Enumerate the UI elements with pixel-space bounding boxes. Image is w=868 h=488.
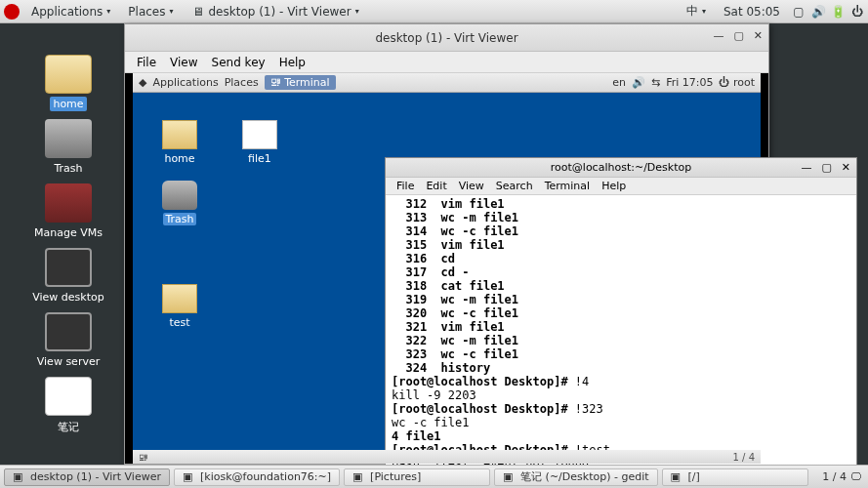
window-icon: ▣ [352,470,366,484]
desktop-icon-View desktop[interactable]: View desktop [29,248,107,304]
clock[interactable]: Sat 05:05 [718,3,786,20]
taskbar-button[interactable]: ▣[kiosk@foundation76:~] [174,468,340,486]
workspace-pager[interactable]: 1 / 4 [822,470,847,483]
terminal-output[interactable]: 312 vim file1 313 wc -m file1 314 wc -c … [386,195,856,474]
guest-desktop-icon-home[interactable]: home [150,120,209,165]
menu-places[interactable]: Places▾ [122,3,179,20]
guest-menu-places[interactable]: Places [225,76,259,89]
icon-label: 笔记 [58,421,79,433]
window-icon: ▣ [671,470,684,484]
display-tray-icon[interactable]: ▢ [792,5,806,19]
window-icon: ▣ [183,470,196,484]
minimize-button[interactable]: — [713,29,723,42]
volume-tray-icon[interactable]: 🔊 [811,5,825,19]
taskbar-button[interactable]: ▣[/] [662,468,808,486]
terminal-title: root@localhost:~/Desktop [551,161,691,174]
icon-label: Manage VMs [34,226,103,239]
term-menu-edit[interactable]: Edit [421,179,451,193]
file-icon [242,120,277,149]
monitor-icon [45,312,92,351]
active-app-menu[interactable]: 🖥desktop (1) - Virt Viewer▾ [186,3,365,20]
monitor-icon: 🖥 [191,5,205,19]
guest-desktop-icon-Trash[interactable]: Trash [150,181,209,225]
term-menu-file[interactable]: File [392,179,419,193]
terminal-window: root@localhost:~/Desktop — ▢ ✕ File Edit… [385,157,857,475]
close-button[interactable]: ✕ [754,29,763,42]
terminal-maximize-button[interactable]: ▢ [821,161,831,174]
menu-view[interactable]: View [164,54,203,71]
maximize-button[interactable]: ▢ [733,29,743,42]
menu-sendkey[interactable]: Send key [206,54,271,71]
guest-user-menu[interactable]: ⏻ root [719,76,755,89]
icon-label: home [164,152,194,165]
taskbar-button[interactable]: ▣笔记 (~/Desktop) - gedit [494,468,657,486]
task-label: [/] [688,470,700,483]
task-label: [kiosk@foundation76:~] [200,470,331,483]
input-method-indicator[interactable]: 中▾ [681,1,712,21]
desktop-icon-View server[interactable]: View server [29,312,107,368]
task-label: [Pictures] [370,470,421,483]
host-top-panel: Applications▾ Places▾ 🖥desktop (1) - Vir… [0,0,868,23]
task-label: 笔记 (~/Desktop) - gedit [520,469,648,484]
window-icon: ▣ [503,470,517,484]
icon-label: test [169,316,189,329]
guest-network-icon[interactable]: ⇆ [651,76,660,89]
icon-label: View desktop [32,291,103,304]
terminal-titlebar[interactable]: root@localhost:~/Desktop — ▢ ✕ [386,158,856,178]
term-menu-terminal[interactable]: Terminal [540,179,596,193]
terminal-minimize-button[interactable]: — [801,161,811,174]
guest-clock[interactable]: Fri 17:05 [666,76,713,89]
taskbar-button[interactable]: ▣desktop (1) - Virt Viewer [4,468,170,486]
host-desktop[interactable]: homeTrashManage VMsView desktopView serv… [0,23,868,465]
window-titlebar[interactable]: desktop (1) - Virt Viewer — ▢ ✕ [125,24,768,52]
desktop-icon-Trash[interactable]: Trash [29,119,107,175]
guest-volume-icon[interactable]: 🔊 [632,76,645,89]
guest-desktop-icon-test[interactable]: test [150,284,209,329]
folder-icon [45,55,92,94]
desktop-icon-home[interactable]: home [29,55,107,110]
folder-icon [162,284,197,313]
desktop-icon-Manage VMs[interactable]: Manage VMs [29,183,107,239]
battery-tray-icon[interactable]: 🔋 [831,5,845,19]
monitor-icon [45,248,92,287]
virt-menubar: File View Send key Help [125,52,768,73]
guest-bottom-panel: 🖳 1 / 4 [133,450,761,464]
term-menu-view[interactable]: View [454,179,489,193]
guest-pager[interactable]: 1 / 4 [733,452,755,463]
taskbar-button[interactable]: ▣[Pictures] [344,468,490,486]
guest-desktop: ◆ Applications Places 🖳 Terminal en 🔊 ⇆ … [133,73,761,464]
virt-viewer-window: desktop (1) - Virt Viewer — ▢ ✕ File Vie… [124,23,769,465]
icon-label: home [50,97,86,111]
icon-label: file1 [248,152,271,165]
menu-applications[interactable]: Applications▾ [25,3,116,20]
icon-label: View server [37,355,100,368]
folder-icon [162,120,197,149]
desktop-icon-笔记[interactable]: 笔记 [29,377,107,434]
guest-logo-icon[interactable]: ◆ [139,76,146,89]
icon-label: Trash [54,162,82,175]
show-desktop-icon[interactable]: 🖵 [850,470,864,484]
power-tray-icon[interactable]: ⏻ [850,5,864,19]
guest-taskbar-terminal[interactable]: 🖳 Terminal [265,75,336,90]
icon-label: Trash [163,213,195,225]
menu-help[interactable]: Help [273,54,311,71]
guest-desktop-icon-file1[interactable]: file1 [230,120,289,165]
activities-logo-icon[interactable] [4,4,20,20]
guest-menu-applications[interactable]: Applications [152,76,218,89]
term-menu-search[interactable]: Search [491,179,538,193]
file-icon [45,377,92,416]
terminal-close-button[interactable]: ✕ [842,161,850,174]
vm-icon [45,183,92,223]
guest-top-panel: ◆ Applications Places 🖳 Terminal en 🔊 ⇆ … [133,73,761,93]
window-title: desktop (1) - Virt Viewer [375,31,517,45]
terminal-menubar: File Edit View Search Terminal Help [386,178,856,195]
trash-icon [45,119,92,158]
term-menu-help[interactable]: Help [597,179,631,193]
guest-taskbar-item[interactable]: 🖳 [139,452,148,463]
window-icon: ▣ [13,470,26,484]
guest-lang-indicator[interactable]: en [612,76,626,89]
menu-file[interactable]: File [131,54,162,71]
host-bottom-panel: ▣desktop (1) - Virt Viewer▣[kiosk@founda… [0,465,868,488]
vm-display[interactable]: ◆ Applications Places 🖳 Terminal en 🔊 ⇆ … [125,73,768,464]
task-label: desktop (1) - Virt Viewer [30,470,161,483]
